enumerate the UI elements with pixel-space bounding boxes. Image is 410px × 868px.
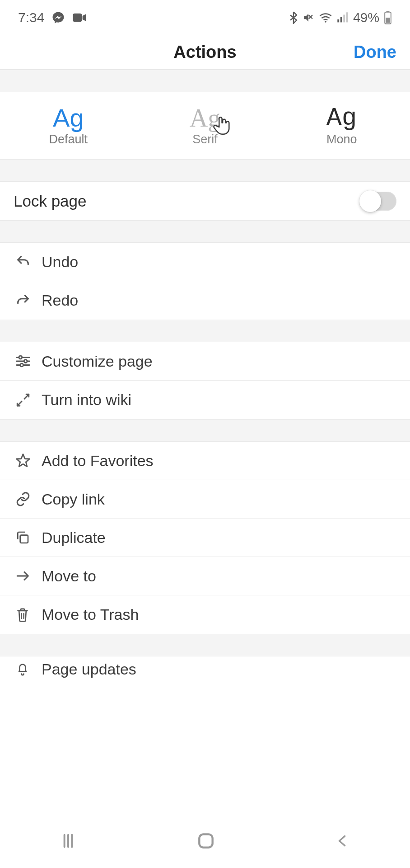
redo-label: Redo	[42, 292, 395, 309]
font-option-default[interactable]: Ag Default	[0, 92, 137, 159]
svg-rect-5	[346, 12, 348, 22]
gap	[0, 320, 410, 342]
actions-header: Actions Done	[0, 35, 410, 70]
font-option-mono[interactable]: Ag Mono	[273, 92, 410, 159]
page-updates-label: Page updates	[42, 660, 395, 678]
gap	[0, 634, 410, 656]
status-battery-pct: 49%	[353, 10, 379, 25]
trash-icon	[15, 607, 42, 623]
svg-rect-18	[20, 535, 28, 543]
sliders-icon	[15, 354, 42, 368]
gap	[0, 159, 410, 182]
back-button[interactable]	[335, 832, 351, 850]
move-to-row[interactable]: Move to	[0, 557, 410, 595]
customize-page-label: Customize page	[42, 353, 395, 370]
svg-point-14	[20, 363, 23, 367]
svg-rect-4	[343, 15, 345, 23]
recent-apps-button[interactable]	[59, 832, 77, 850]
add-to-favorites-label: Add to Favorites	[42, 452, 395, 470]
undo-row[interactable]: Undo	[0, 243, 410, 281]
svg-line-16	[17, 401, 22, 406]
customize-page-row[interactable]: Customize page	[0, 342, 410, 381]
page-updates-row[interactable]: Page updates	[0, 656, 410, 682]
status-time: 7:34	[18, 10, 44, 25]
font-picker: Ag Default Ag Serif Ag Mono	[0, 92, 410, 159]
copy-link-row[interactable]: Copy link	[0, 480, 410, 519]
redo-row[interactable]: Redo	[0, 281, 410, 320]
move-to-trash-label: Move to Trash	[42, 606, 395, 623]
android-nav-bar	[0, 814, 410, 868]
font-label-default: Default	[49, 132, 88, 146]
redo-icon	[15, 293, 42, 308]
wifi-icon	[319, 12, 332, 23]
lock-page-label: Lock page	[14, 192, 87, 210]
star-icon	[15, 453, 42, 468]
svg-rect-3	[340, 17, 342, 23]
bell-icon	[15, 661, 42, 677]
turn-into-wiki-row[interactable]: Turn into wiki	[0, 381, 410, 419]
svg-rect-8	[386, 18, 390, 23]
move-to-label: Move to	[42, 567, 395, 585]
svg-point-12	[24, 360, 27, 363]
svg-rect-0	[73, 14, 82, 22]
camera-icon	[72, 12, 87, 23]
turn-into-wiki-label: Turn into wiki	[42, 391, 395, 409]
font-option-serif[interactable]: Ag Serif	[137, 92, 274, 159]
gap	[0, 70, 410, 92]
mute-icon	[303, 12, 314, 24]
svg-rect-25	[199, 834, 212, 847]
arrow-right-icon	[15, 569, 42, 583]
gap	[0, 220, 410, 243]
signal-icon	[337, 12, 349, 23]
svg-marker-17	[17, 454, 29, 467]
font-sample-mono: Ag	[326, 105, 357, 131]
copy-link-label: Copy link	[42, 491, 395, 508]
page-title: Actions	[173, 42, 236, 62]
svg-rect-2	[337, 19, 339, 23]
duplicate-row[interactable]: Duplicate	[0, 519, 410, 557]
svg-line-15	[24, 394, 29, 399]
done-button[interactable]: Done	[354, 42, 396, 62]
duplicate-label: Duplicate	[42, 529, 395, 547]
link-icon	[15, 491, 42, 507]
cursor-hand-icon	[212, 116, 230, 137]
undo-icon	[15, 254, 42, 269]
undo-label: Undo	[42, 253, 395, 271]
messenger-icon	[51, 11, 65, 24]
wiki-icon	[15, 392, 42, 408]
lock-page-toggle[interactable]	[361, 192, 396, 211]
svg-point-10	[19, 356, 22, 359]
font-sample-default: Ag	[53, 105, 84, 131]
bluetooth-icon	[289, 11, 298, 24]
home-button[interactable]	[196, 831, 216, 851]
font-label-mono: Mono	[326, 132, 357, 146]
move-to-trash-row[interactable]: Move to Trash	[0, 595, 410, 634]
svg-point-1	[325, 21, 326, 23]
add-to-favorites-row[interactable]: Add to Favorites	[0, 442, 410, 480]
status-bar: 7:34 49%	[0, 0, 410, 35]
gap	[0, 419, 410, 442]
duplicate-icon	[15, 530, 42, 545]
lock-page-row: Lock page	[0, 182, 410, 220]
battery-icon	[384, 11, 392, 24]
